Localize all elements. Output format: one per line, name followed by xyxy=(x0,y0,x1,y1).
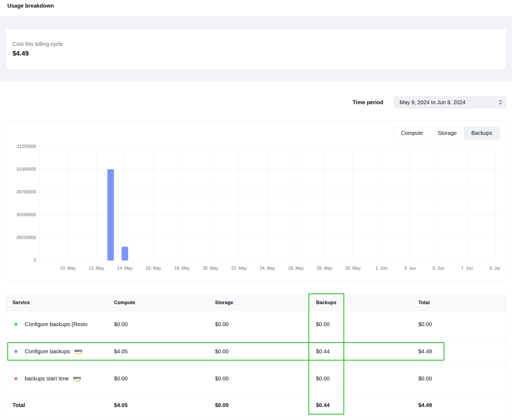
total-cell: $0.00 xyxy=(418,321,506,327)
chart-y-tick-label: .01250000 xyxy=(15,144,36,149)
table-total-row: Total $4.05 $0.00 $0.44 $4.49 xyxy=(6,392,506,418)
time-period-label: Time period xyxy=(353,99,383,106)
cost-card-label: Cost this billing cycle xyxy=(12,41,500,47)
chart-type-tabs: Compute Storage Backups xyxy=(393,127,500,139)
cost-card-amount: $4.49 xyxy=(12,50,500,57)
time-period-row: Time period May 9, 2024 to Jun 8, 2024 xyxy=(0,96,507,109)
service-name: backups start time xyxy=(25,376,69,382)
chart-x-tick-label: 28. May xyxy=(317,266,332,271)
backups-cell: $0.44 xyxy=(316,348,418,355)
time-period-value: May 9, 2024 to Jun 8, 2024 xyxy=(400,99,465,106)
chart-x-tick-label: 16. May xyxy=(146,266,161,271)
aws-icon: aws xyxy=(74,348,83,355)
cost-card: Cost this billing cycle $4.49 xyxy=(6,29,506,69)
time-period-select[interactable]: May 9, 2024 to Jun 8, 2024 xyxy=(394,96,507,109)
chart-x-tick-label: 7. Jun xyxy=(461,266,473,271)
chart-tabs-row: Compute Storage Backups xyxy=(12,127,500,139)
compute-cell: $0.00 xyxy=(114,376,215,382)
page-title: Usage breakdown xyxy=(7,3,512,9)
col-header-service: Service xyxy=(12,300,114,306)
chart-x-tick-label: 9. Jun xyxy=(489,266,500,271)
backups-cell: $0.00 xyxy=(316,376,418,382)
backups-cell: $0.00 xyxy=(316,321,418,327)
series-dot xyxy=(14,350,17,353)
chart-x-tick-label: 3. Jun xyxy=(404,266,416,271)
chart-x-tick-label: 1. Jun xyxy=(375,266,387,271)
usage-table: Service Compute Storage Backups Total Co… xyxy=(5,294,507,418)
service-cell: backups start time aws xyxy=(12,376,114,382)
col-header-total: Total xyxy=(418,300,506,306)
billing-summary-band: Cost this billing cycle $4.49 xyxy=(0,16,512,81)
usage-table-wrap: Service Compute Storage Backups Total Co… xyxy=(5,294,507,418)
usage-chart-card: Compute Storage Backups .01250000.010000… xyxy=(5,120,507,281)
storage-cell: $0.00 xyxy=(215,348,316,355)
col-header-storage: Storage xyxy=(215,300,316,306)
compute-cell: $4.05 xyxy=(114,348,215,355)
tab-backups[interactable]: Backups xyxy=(464,127,500,139)
tab-storage[interactable]: Storage xyxy=(430,127,464,139)
aws-smile-icon xyxy=(73,380,81,382)
aws-smile-icon xyxy=(74,352,83,355)
table-row: Configure backups (Resto $0.00 $0.00 $0.… xyxy=(6,311,506,338)
chart-bar[interactable] xyxy=(122,247,128,260)
series-dot xyxy=(14,323,17,326)
usage-chart: .01250000.01000000.00750000.00500000.002… xyxy=(12,142,500,277)
chart-x-tick-label: 22. May xyxy=(231,266,247,271)
storage-cell: $0.00 xyxy=(215,321,316,327)
chart-y-tick-label: 0 xyxy=(34,258,36,263)
col-header-compute: Compute xyxy=(114,300,215,306)
compute-cell: $0.00 xyxy=(114,321,215,327)
chart-y-tick-label: .00500000 xyxy=(15,212,36,217)
service-name: Configure backups (Resto xyxy=(25,321,87,327)
total-cell: $4.49 xyxy=(418,348,506,355)
chart-y-tick-label: .01000000 xyxy=(15,167,36,171)
chart-x-tick-label: 24. May xyxy=(260,266,275,271)
chart-x-tick-label: 20. May xyxy=(203,266,218,271)
series-dot xyxy=(14,377,17,380)
storage-cell: $0.00 xyxy=(215,376,316,382)
total-total-cell: $4.49 xyxy=(418,402,506,408)
chart-x-tick-label: 14. May xyxy=(117,266,133,271)
chart-y-tick-label: .00750000 xyxy=(15,190,36,194)
total-compute-cell: $4.05 xyxy=(114,402,215,408)
table-row: backups start time aws $0.00 $0.00 $0.00… xyxy=(6,365,506,392)
chart-x-tick-label: 12. May xyxy=(89,266,104,271)
tab-compute[interactable]: Compute xyxy=(394,127,430,139)
chart-x-tick-label: 26. May xyxy=(288,266,304,271)
table-row: Configure backups aws $4.05 $0.00 $0.44 … xyxy=(6,338,506,365)
total-backups-cell: $0.44 xyxy=(316,402,418,408)
chart-x-tick-label: 18. May xyxy=(174,266,190,271)
chart-x-tick-label: 30. May xyxy=(345,266,361,271)
chart-x-tick-label: 10. May xyxy=(60,266,76,271)
total-cell: $0.00 xyxy=(418,376,506,382)
total-row-label: Total xyxy=(12,402,114,408)
chart-y-tick-label: .00250000 xyxy=(15,235,36,240)
col-header-backups: Backups xyxy=(316,300,418,306)
chevron-updown-icon xyxy=(498,99,503,105)
total-storage-cell: $0.00 xyxy=(215,402,316,408)
aws-icon: aws xyxy=(73,376,81,382)
chart-bar[interactable] xyxy=(108,169,114,260)
service-cell: Configure backups (Resto xyxy=(12,321,114,327)
chart-x-tick-label: 5. Jun xyxy=(432,266,444,271)
service-cell: Configure backups aws xyxy=(12,348,114,355)
table-header-row: Service Compute Storage Backups Total xyxy=(6,295,506,311)
service-name: Configure backups xyxy=(25,348,70,355)
